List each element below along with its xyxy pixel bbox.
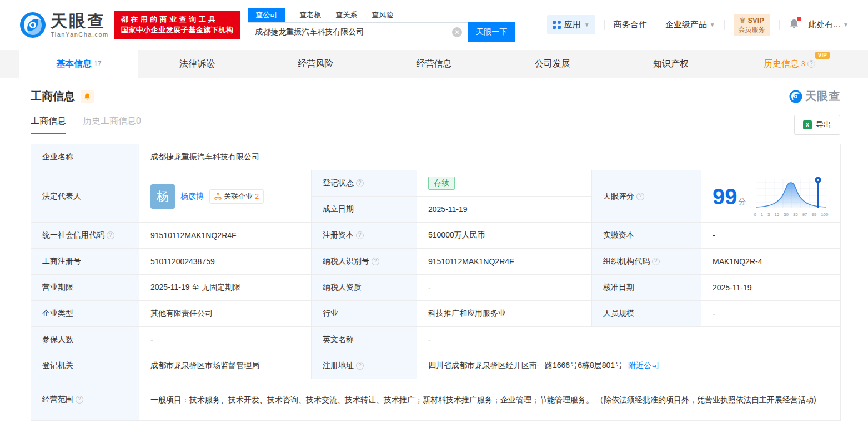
legal-rep-cell: 杨 杨彦博 关联企业 2 bbox=[139, 170, 312, 223]
business-term-value: 2025-11-19 至 无固定期限 bbox=[139, 275, 312, 301]
table-row: 营业期限 2025-11-19 至 无固定期限 纳税人资质 - 核准日期 202… bbox=[31, 275, 841, 301]
nav-cooperation-label: 商务合作 bbox=[614, 19, 647, 30]
score-label: 天眼评分 ? bbox=[592, 170, 701, 223]
taxpayer-quality-value: - bbox=[417, 275, 592, 301]
nearby-companies-link[interactable]: 附近公司 bbox=[628, 361, 659, 370]
english-name-value: - bbox=[417, 327, 841, 353]
table-row: 参保人数 - 英文名称 - bbox=[31, 327, 841, 353]
tianyancha-logo-icon bbox=[19, 12, 46, 38]
table-row: 统一社会信用代码 ? 91510112MAK1NQ2R4F 注册资本 ? 510… bbox=[31, 223, 841, 249]
export-label: 导出 bbox=[816, 120, 831, 130]
search-block: 查公司 查老板 查关系 查风险 ✕ 天眼一下 bbox=[248, 8, 515, 42]
tab-intellectual-property-label: 知识产权 bbox=[653, 58, 689, 70]
reg-number-value: 510112002438759 bbox=[139, 249, 312, 275]
user-account-menu[interactable]: 此处有... ▼ bbox=[809, 19, 849, 30]
table-row: 工商注册号 510112002438759 纳税人识别号 ? 91510112M… bbox=[31, 249, 841, 275]
help-icon[interactable]: ? bbox=[372, 258, 379, 265]
reg-address-value: 四川省成都市龙泉驿区经开区南一路1666号6栋8层801号 bbox=[428, 361, 623, 370]
user-menu-label: 此处有... bbox=[809, 19, 841, 30]
table-row: 法定代表人 杨 杨彦博 关联企业 2 bbox=[31, 170, 841, 197]
score-axis-labels: 0131550859799100 bbox=[754, 212, 829, 217]
tab-basic-info-count: 17 bbox=[94, 60, 101, 68]
company-tabstrip: 基本信息 17 法律诉讼 经营风险 经营信息 公司发展 知识产权 VIP 历史信… bbox=[0, 50, 868, 78]
taxpayer-id-label: 纳税人识别号 ? bbox=[312, 249, 417, 275]
help-icon[interactable]: ? bbox=[356, 362, 364, 370]
excel-icon: X bbox=[803, 120, 812, 129]
help-icon[interactable]: ? bbox=[356, 179, 364, 187]
establish-date-value: 2025-11-19 bbox=[417, 197, 592, 223]
subtab-history-business-info[interactable]: 历史工商信息0 bbox=[83, 115, 141, 134]
related-companies-count: 2 bbox=[255, 192, 259, 200]
org-relation-icon bbox=[214, 193, 222, 200]
reg-capital-label: 注册资本 ? bbox=[312, 223, 417, 249]
nav-enterprise-label: 企业级产品 bbox=[665, 19, 707, 30]
tianyancha-logo[interactable]: 天眼查 TianYanCha.com bbox=[19, 12, 109, 38]
table-row: 企业类型 其他有限责任公司 行业 科技推广和应用服务业 人员规模 - bbox=[31, 301, 841, 327]
subtab-business-info[interactable]: 工商信息 bbox=[31, 115, 66, 134]
svip-sublabel: 会员服务 bbox=[739, 26, 765, 34]
related-companies-label: 关联企业 bbox=[224, 192, 253, 202]
tab-history-info[interactable]: VIP 历史信息 3 ? bbox=[730, 50, 849, 78]
tab-legal-litigation[interactable]: 法律诉讼 bbox=[138, 50, 256, 78]
search-tab-company[interactable]: 查公司 bbox=[248, 8, 285, 22]
score-cell: 99分 bbox=[701, 170, 841, 223]
tab-basic-info[interactable]: 基本信息 17 bbox=[19, 50, 138, 78]
help-icon[interactable]: ? bbox=[807, 60, 815, 68]
help-icon[interactable]: ? bbox=[652, 258, 660, 265]
status-badge: 存续 bbox=[428, 177, 455, 190]
search-tab-boss[interactable]: 查老板 bbox=[299, 8, 321, 22]
search-tab-risk[interactable]: 查风险 bbox=[372, 8, 393, 22]
approval-date-label: 核准日期 bbox=[592, 275, 701, 301]
avatar[interactable]: 杨 bbox=[150, 184, 175, 209]
help-icon[interactable]: ? bbox=[356, 231, 364, 239]
tab-company-development[interactable]: 公司发展 bbox=[493, 50, 611, 78]
tab-operation-risk[interactable]: 经营风险 bbox=[257, 50, 375, 78]
nav-enterprise-products[interactable]: 企业级产品 ▼ bbox=[665, 19, 715, 30]
tab-operation-info[interactable]: 经营信息 bbox=[375, 50, 493, 78]
score-curve bbox=[754, 175, 829, 210]
nav-apps-label: 应用 bbox=[564, 19, 581, 30]
org-code-label: 组织机构代码 ? bbox=[592, 249, 701, 275]
chevron-down-icon: ▼ bbox=[843, 22, 849, 28]
watermark-logo: 天眼查 bbox=[789, 89, 840, 104]
company-name-value: 成都捷龙重振汽车科技有限公司 bbox=[139, 144, 841, 170]
bell-icon bbox=[83, 93, 91, 100]
usci-value: 91510112MAK1NQ2R4F bbox=[139, 223, 312, 249]
tab-history-info-count: 3 bbox=[801, 60, 805, 68]
search-input[interactable] bbox=[248, 22, 468, 42]
staff-size-label: 人员规模 bbox=[592, 301, 701, 327]
nav-divider bbox=[604, 20, 605, 30]
slogan-banner: 都在用的商业查询工具 国家中小企业发展子基金旗下机构 bbox=[114, 11, 240, 39]
chevron-down-icon: ▼ bbox=[710, 22, 715, 28]
search-button[interactable]: 天眼一下 bbox=[468, 22, 515, 42]
help-icon[interactable]: ? bbox=[636, 193, 644, 200]
notification-bell-button[interactable] bbox=[789, 18, 800, 31]
business-term-label: 营业期限 bbox=[31, 275, 139, 301]
taxpayer-id-value: 91510112MAK1NQ2R4F bbox=[417, 249, 592, 275]
crown-icon: ♛ bbox=[739, 16, 747, 24]
english-name-label: 英文名称 bbox=[312, 327, 417, 353]
approval-date-value: 2025-11-19 bbox=[701, 275, 841, 301]
tab-legal-litigation-label: 法律诉讼 bbox=[179, 58, 215, 70]
help-icon[interactable]: ? bbox=[76, 396, 83, 404]
monitor-bell-button[interactable] bbox=[81, 90, 94, 103]
svip-membership-button[interactable]: ♛ SVIP 会员服务 bbox=[734, 14, 770, 36]
export-button[interactable]: X 导出 bbox=[794, 115, 840, 135]
watermark-text: 天眼查 bbox=[805, 89, 840, 104]
business-scope-value: 一般项目：技术服务、技术开发、技术咨询、技术交流、技术转让、技术推广；新材料技术… bbox=[139, 379, 841, 421]
related-companies-badge[interactable]: 关联企业 2 bbox=[209, 189, 264, 204]
tab-operation-risk-label: 经营风险 bbox=[298, 58, 333, 70]
legal-rep-name-link[interactable]: 杨彦博 bbox=[180, 192, 204, 202]
help-icon[interactable]: ? bbox=[107, 231, 114, 239]
main-content: 工商信息 天眼查 工商信息 历史工商信息0 X 导出 bbox=[0, 89, 868, 421]
staff-size-value: - bbox=[701, 301, 841, 327]
search-tab-relation[interactable]: 查关系 bbox=[335, 8, 357, 22]
nav-apps-menu[interactable]: 应用 ▼ bbox=[547, 15, 595, 34]
company-name-label: 企业名称 bbox=[31, 144, 139, 170]
reg-authority-value: 成都市龙泉驿区市场监督管理局 bbox=[139, 353, 312, 379]
search-tabs: 查公司 查老板 查关系 查风险 bbox=[248, 8, 515, 22]
business-info-table: 企业名称 成都捷龙重振汽车科技有限公司 法定代表人 杨 杨彦博 bbox=[31, 144, 841, 421]
chevron-down-icon: ▼ bbox=[584, 22, 590, 28]
nav-cooperation[interactable]: 商务合作 bbox=[614, 19, 647, 30]
tab-intellectual-property[interactable]: 知识产权 bbox=[611, 50, 730, 78]
